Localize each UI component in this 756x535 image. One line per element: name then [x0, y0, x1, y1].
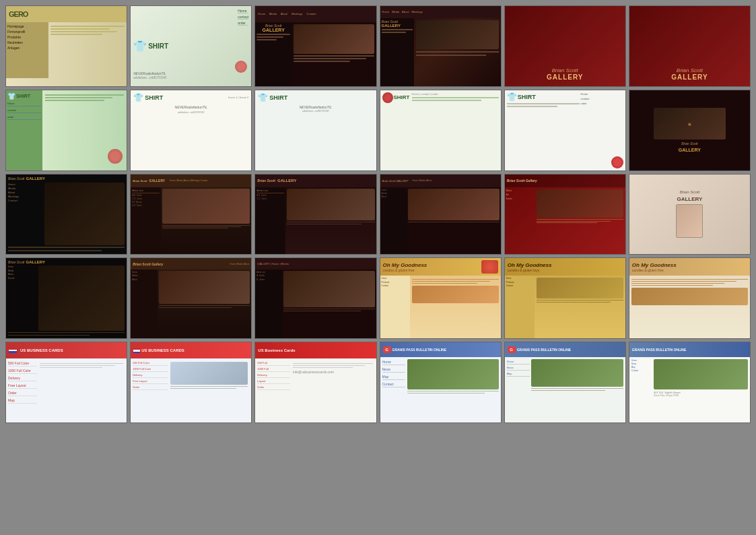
- thumb-shirt-green[interactable]: 👕 SHIRT Home contact order: [5, 90, 127, 171]
- thumb-gal-dark6[interactable]: GALLERY | Home | Media Artist List A. Sm…: [254, 257, 376, 339]
- gp-img-t28: [407, 359, 499, 390]
- thumb-usbc-v1[interactable]: US BUSINESS CARDS 500 Full Color 1000 Fu…: [5, 342, 127, 423]
- usbc-title-t27: US Business Cards: [258, 348, 295, 352]
- omg-sub-t24: candies & gluten free: [632, 268, 677, 272]
- thumb-bsg-alt2[interactable]: Brian Scott GALLERY Home | Media | About…: [380, 174, 502, 255]
- gero-logo: GERO: [9, 10, 28, 18]
- usbc-title-t25: US BUSINESS CARDS: [20, 348, 63, 352]
- bsg-gal-t4: GALLERY: [382, 24, 413, 28]
- thumb-gp-v1[interactable]: G GRANIS PASS BULLETIN ONLINE Home News …: [380, 342, 502, 423]
- usbc-email-t27: info@usbusinesscards.com: [293, 370, 373, 374]
- shirt-sub-t9: whileIam...inMOTION!: [258, 109, 373, 113]
- omg-sub-t23: candies & gluten toys: [508, 268, 552, 272]
- bsg-gal-t12: GALLERY: [679, 148, 701, 152]
- shirt-icon-t9: 👕: [258, 93, 268, 102]
- thumb-gp-v3[interactable]: GRANIS PASS BULLETIN ONLINE Home News Ma…: [629, 342, 751, 423]
- gallery-grid: GERO Homepage Firmenprofil Produkte Neuh…: [0, 0, 756, 429]
- gero-nav: Homepage: [7, 24, 47, 29]
- shirt-nav2-t8: frame 1 | frame 2: [228, 96, 248, 99]
- bsg-name-t16: Brian Scott GALLERY: [382, 179, 409, 183]
- usbc-nav-t26: 500 Full Color: [133, 360, 168, 366]
- shirt-label-t9: SHIRT: [269, 94, 287, 101]
- thumb-bsg-v4[interactable]: Brian Scott GALLERY: [629, 5, 751, 87]
- bsg-gallery-t3: GALLERY: [256, 28, 290, 32]
- bsg-name-t18: Brian Scott: [680, 190, 699, 194]
- thumb-omg-v3[interactable]: Oh My Goodness candies & gluten free: [629, 257, 751, 339]
- gp-nav-t29: Home: [507, 359, 530, 365]
- shirt-icon-t8: 👕: [133, 93, 143, 102]
- thumb-bs-v5[interactable]: Brian Scott Gallery Home | Media | About…: [130, 257, 252, 339]
- shirt-ball-t2: [235, 61, 247, 73]
- thumb-shirt-ball[interactable]: SHIRT Home | contact | order: [380, 90, 502, 171]
- gp-logo-t28: G: [383, 346, 391, 353]
- gp-nav-t30: Home: [631, 359, 652, 362]
- bs-small-name: Brian Scott: [8, 177, 24, 181]
- bsg-title-t20: Brian Scott Gallery: [133, 262, 163, 266]
- bsg-gal-t5: GALLERY: [547, 73, 583, 81]
- bsg-title-t17: Brian Scott Gallery: [507, 179, 537, 183]
- gp-logo-t29: G: [508, 346, 516, 353]
- usbc-title-t26: US BUSINESS CARDS: [141, 348, 184, 352]
- thumb-bsg-v2[interactable]: Home Media About Meetings Brian Scott GA…: [380, 5, 502, 87]
- omg-title-t24: Oh My Goodness: [632, 262, 677, 268]
- omg-title-t22: Oh My Goodness: [383, 262, 427, 268]
- gp-title-t30: GRANIS PASS BULLETIN ONLINE: [632, 348, 686, 352]
- bsg-title-t14: Brian Scott: [133, 179, 147, 183]
- gp-nav-t28: Home: [382, 359, 406, 365]
- bsg-inner-img: ▣: [688, 122, 691, 126]
- bs-name-t19: Brian Scott: [8, 260, 24, 264]
- bsg-gal-t18: GALLERY: [677, 196, 702, 202]
- shirt-nav-t7: Home: [7, 101, 41, 106]
- thumb-bsg-v1[interactable]: Home Media About Meetings Contact Brian …: [254, 5, 376, 87]
- bsg-nav-home: Home: [258, 12, 265, 15]
- shirt-ball-t7: [108, 149, 123, 164]
- shirt-nav-item1: Home: [581, 92, 610, 96]
- thumb-usbc-v2[interactable]: US BUSINESS CARDS 500 Full Color 1000 Fu…: [130, 342, 252, 423]
- thumb-shirt-plain[interactable]: 👕 SHIRT Home contact order: [504, 90, 626, 171]
- shirt-label-t7: SHIRT: [16, 94, 30, 98]
- artist-list-t15: Artist List: [256, 189, 284, 192]
- shirt-ball-t11: [611, 156, 623, 168]
- thumb-shirt-white3[interactable]: 👕 SHIRT NEVERsatisfiedunTIL whileIam...i…: [254, 90, 376, 171]
- shirt-label-t8: SHIRT: [145, 94, 163, 101]
- gp-title-t28: GRANIS PASS BULLETIN ONLINE: [392, 348, 446, 352]
- shirt-label-t11: SHIRT: [518, 94, 536, 100]
- bsg-nav-t4: Home: [382, 10, 390, 13]
- thumb-bsg-full[interactable]: Brian Scott GALLERY Home | Media | About…: [130, 174, 252, 255]
- thumb-shirt-white2[interactable]: 👕 SHIRT frame 1 | frame 2 NEVERsatisfied…: [130, 90, 252, 171]
- bsg-name-t5: Brian Scott: [552, 67, 578, 73]
- usbc-nav1: 500 Full Color: [8, 360, 37, 367]
- bsg-gal-t6: GALLERY: [671, 73, 708, 81]
- thumb-shirt-v1[interactable]: 👕 SHIRT Home contact order NEVERsatisfie…: [130, 5, 252, 87]
- shirt-label-t2: SHIRT: [148, 42, 168, 50]
- bsg-name-t12: Brian Scott: [681, 141, 697, 146]
- thumb-gp-v2[interactable]: G GRANIS PASS BULLETIN ONLINE Home News …: [504, 342, 626, 423]
- thumb-bsg-red[interactable]: Brian Scott Gallery WinesArtEvents: [504, 174, 626, 255]
- omg-title-t23: Oh My Goodness: [508, 262, 552, 268]
- shirt-label-t10: SHIRT: [394, 94, 410, 100]
- bsg-name-t6: Brian Scott: [677, 67, 703, 73]
- thumb-usbc-v3[interactable]: US Business Cards 500 Full 1000 Full Del…: [254, 342, 376, 423]
- shirt-sub-t8: whileIam...inMOTION!: [133, 111, 248, 114]
- shirt-icon-t2: 👕: [133, 40, 147, 53]
- shirt-icon-t11: 👕: [507, 92, 517, 102]
- thumb-bsg-sketch[interactable]: Brian Scott GALLERY: [629, 174, 751, 255]
- shirt-sub-t2: whileIam...inMOTION!: [133, 75, 248, 80]
- bsg-title-t15: Brian Scott: [257, 179, 275, 183]
- omg-sub-t22: candies & gluten free: [383, 268, 427, 272]
- shirt-nav-t2: Home contact order: [238, 9, 248, 26]
- gal-t21-nav: GALLERY | Home | Media: [257, 262, 288, 265]
- thumb-omg-v2[interactable]: Oh My Goodness candies & gluten toys Hom…: [504, 257, 626, 339]
- thumb-omg-v1[interactable]: Oh My Goodness candies & gluten free Hom…: [380, 257, 502, 339]
- thumb-bsg-v3[interactable]: Brian Scott GALLERY: [504, 5, 626, 87]
- usbc-nav-t27: 500 Full: [257, 360, 289, 366]
- shirt-nav-t10: Home | contact | order: [412, 92, 499, 96]
- bs-small-gal: GALLERY: [26, 177, 44, 181]
- thumb-bs-small[interactable]: Brian Scott GALLERY HomeMediaAboutEvents: [5, 257, 127, 339]
- thumb-bsg-alt[interactable]: Brian Scott GALLERY Artist List A.B. Smi…: [254, 174, 376, 255]
- thumb-bsg-dark5[interactable]: ▣ Brian Scott GALLERY: [629, 90, 751, 171]
- shirt-tagline-t8: NEVERsatisfiedunTIL: [133, 105, 248, 109]
- thumb-gero[interactable]: GERO Homepage Firmenprofil Produkte Neuh…: [5, 5, 127, 87]
- thumb-dark-sm[interactable]: Brian Scott GALLERY HomeMediaAboutMeetin…: [5, 174, 127, 255]
- gp-title-t29: GRANIS PASS BULLETIN ONLINE: [517, 348, 571, 352]
